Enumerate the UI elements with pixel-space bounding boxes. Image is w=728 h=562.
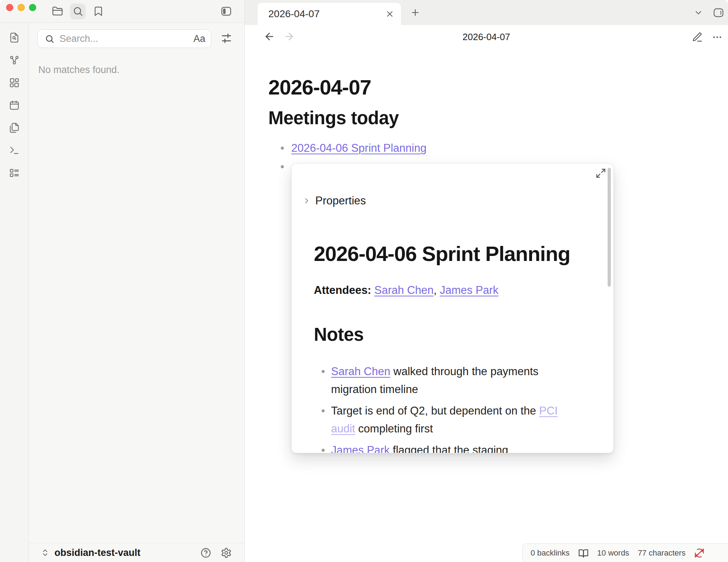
bullet-text: completing first xyxy=(355,422,433,435)
status-bar: 0 backlinks 10 words 77 characters xyxy=(522,543,728,562)
search-placeholder: Search... xyxy=(59,33,188,44)
minimize-window-button[interactable] xyxy=(18,4,25,11)
search-empty-state: No matches found. xyxy=(38,64,120,76)
bookmark-icon[interactable] xyxy=(90,4,106,19)
canvas-icon[interactable] xyxy=(9,77,20,88)
tab-title: 2026-04-07 xyxy=(268,8,320,20)
search-input[interactable]: Search... Aa xyxy=(37,29,211,48)
character-count: 77 characters xyxy=(638,548,685,558)
list-item: • Target is end of Q2, but dependent on … xyxy=(321,402,565,438)
titlebar xyxy=(0,0,244,23)
obsidian-window: Search... Aa No matches found. obsidian-… xyxy=(0,0,728,562)
zoom-window-button[interactable] xyxy=(29,4,36,11)
bullet-dot: • xyxy=(321,402,325,438)
bullet-text: flagged that the staging xyxy=(390,444,508,453)
copy-files-icon[interactable] xyxy=(9,122,20,133)
popup-scrollbar[interactable] xyxy=(608,168,611,287)
search-input-icon xyxy=(45,34,54,44)
list-item: • Sarah Chen walked through the payments… xyxy=(321,363,565,398)
sync-off-icon[interactable] xyxy=(694,548,705,558)
popup-notes-list: • Sarah Chen walked through the payments… xyxy=(321,363,565,453)
tab-active[interactable]: 2026-04-07 xyxy=(258,3,401,25)
list-item: • James Park flagged that the staging xyxy=(321,441,565,453)
close-icon[interactable] xyxy=(385,9,394,19)
ribbon xyxy=(0,23,29,562)
graph-icon[interactable] xyxy=(9,55,20,66)
titlebar-toolbar xyxy=(49,0,106,23)
attendees-label: Attendees: xyxy=(314,284,371,296)
popup-note-title: 2026-04-06 Sprint Planning xyxy=(314,242,570,266)
attendee-link[interactable]: Sarah Chen xyxy=(374,284,434,296)
bullet-dot: • xyxy=(321,441,325,453)
folder-icon[interactable] xyxy=(49,4,65,19)
backlinks-status[interactable]: 0 backlinks xyxy=(531,548,570,558)
note-content: 2026-04-07 Meetings today • 2026-04-06 S… xyxy=(245,49,728,562)
properties-label: Properties xyxy=(315,194,366,207)
bullet-text: Target is end of Q2, but dependent on th… xyxy=(331,404,539,417)
tab-bar: 2026-04-07 xyxy=(245,0,728,25)
view-header-title: 2026-04-07 xyxy=(245,25,728,49)
window-controls xyxy=(6,4,36,11)
help-icon[interactable] xyxy=(200,547,211,558)
popup-notes-heading: Notes xyxy=(314,324,364,345)
search-settings-icon[interactable] xyxy=(220,32,233,44)
panel-left-toggle-icon[interactable] xyxy=(220,0,232,23)
panel-right-toggle-icon[interactable] xyxy=(713,7,724,19)
properties-heading[interactable]: Properties xyxy=(302,194,366,207)
match-case-button[interactable]: Aa xyxy=(193,33,205,44)
view-header: 2026-04-07 xyxy=(245,25,728,49)
note-section-h2: Meetings today xyxy=(268,107,399,129)
gear-icon[interactable] xyxy=(221,547,232,558)
terminal-icon[interactable] xyxy=(9,145,20,156)
bullet-dot: • xyxy=(321,363,325,398)
popup-attendees-line: Attendees: Sarah Chen, James Park xyxy=(314,282,498,299)
list-item: • 2026-04-06 Sprint Planning xyxy=(280,139,426,158)
list-details-icon[interactable] xyxy=(9,168,20,178)
hover-preview-popup: Properties 2026-04-06 Sprint Planning At… xyxy=(291,163,614,453)
bullet-dot: • xyxy=(280,142,285,155)
ellipsis-icon[interactable] xyxy=(712,32,722,42)
pencil-icon[interactable] xyxy=(691,31,703,43)
vault-name[interactable]: obsidian-test-vault xyxy=(54,547,140,558)
plus-icon[interactable] xyxy=(410,8,420,18)
person-link[interactable]: Sarah Chen xyxy=(331,365,390,378)
close-window-button[interactable] xyxy=(6,4,13,11)
chevron-down-icon[interactable] xyxy=(694,8,703,18)
file-search-icon[interactable] xyxy=(9,32,20,43)
tab-bar-right xyxy=(694,0,724,25)
attendee-link[interactable]: James Park xyxy=(440,284,499,296)
meeting-note-link[interactable]: 2026-04-06 Sprint Planning xyxy=(291,142,426,155)
search-icon[interactable] xyxy=(70,4,86,19)
vault-bar: obsidian-test-vault xyxy=(29,543,244,562)
attendee-separator: , xyxy=(434,284,440,296)
person-link[interactable]: James Park xyxy=(331,444,390,453)
expand-icon[interactable] xyxy=(595,168,606,179)
chevrons-up-down-icon[interactable] xyxy=(41,548,49,557)
search-panel: Search... Aa No matches found. obsidian-… xyxy=(29,23,244,562)
bullet-dot: • xyxy=(280,160,285,173)
chevron-right-icon xyxy=(302,197,311,205)
note-title-h1: 2026-04-07 xyxy=(268,75,371,99)
main-pane: 2026-04-07 xyxy=(244,0,728,562)
book-open-icon[interactable] xyxy=(578,548,589,558)
daily-note-calendar-icon[interactable] xyxy=(9,100,20,111)
word-count: 10 words xyxy=(597,548,629,558)
